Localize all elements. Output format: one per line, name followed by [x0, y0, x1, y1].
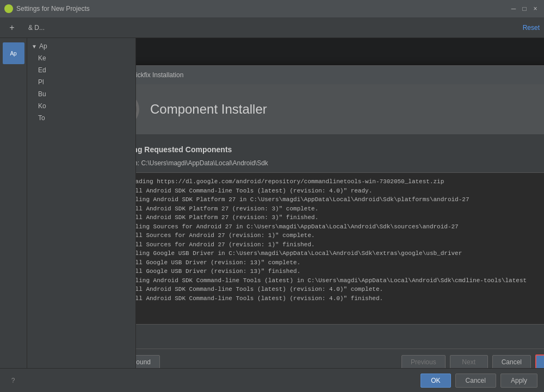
arrow-icon: ▼: [32, 43, 37, 49]
settings-pane: SDK Quickfix Installation ×: [136, 38, 544, 368]
tree-label-to: To: [38, 114, 45, 122]
sdk-path-value: C:\Users\magdi\AppData\Local\Android\Sdk: [141, 159, 268, 167]
outer-close-button[interactable]: ×: [531, 4, 540, 13]
window-controls: ─ □ ×: [509, 4, 540, 13]
tree-item-pl[interactable]: Pl: [27, 76, 135, 88]
modal-titlebar: SDK Quickfix Installation ×: [136, 66, 544, 84]
tree-item-to[interactable]: To: [27, 112, 135, 124]
finish-button[interactable]: Finish: [535, 354, 544, 368]
tree-label-ke: Ke: [38, 54, 46, 62]
svg-rect-1: [136, 96, 137, 123]
section-title: Installing Requested Components: [136, 145, 544, 154]
cancel-button[interactable]: Cancel: [492, 355, 531, 368]
sdk-path-label: SDK Path:: [136, 159, 139, 167]
done-text: Done: [136, 330, 544, 338]
sidebar: Ap: [0, 38, 27, 368]
svg-point-0: [6, 6, 11, 11]
tree-label-ap: Ap: [39, 42, 47, 50]
sdk-path-row: SDK Path: C:\Users\magdi\AppData\Local\A…: [136, 159, 544, 167]
tab-1-label: & D...: [28, 24, 45, 32]
component-installer-icon: [136, 93, 139, 126]
toolbar-area: + & D... Reset: [0, 17, 544, 38]
left-panel: ▼ Ap Ke Ed Pl Bu K: [27, 38, 136, 368]
modal-body: Installing Requested Components SDK Path…: [136, 134, 544, 349]
settings-content: ▼ Ap Ke Ed Pl Bu K: [27, 38, 544, 368]
add-project-button[interactable]: +: [4, 20, 20, 35]
tree-label-ko: Ko: [38, 102, 46, 110]
tree-item-ap[interactable]: ▼ Ap: [27, 40, 135, 52]
background-button[interactable]: Background: [136, 355, 160, 368]
tree-label-ed: Ed: [38, 66, 46, 74]
minimize-button[interactable]: ─: [509, 4, 518, 13]
settings-tree: ▼ Ap Ke Ed Pl Bu K: [27, 38, 135, 126]
tab-1[interactable]: & D...: [22, 17, 51, 38]
android-logo-icon: [4, 4, 13, 13]
maximize-button[interactable]: □: [520, 4, 529, 13]
sidebar-item-label: Ap: [10, 51, 16, 57]
modal-header-title: Component Installer: [150, 102, 267, 117]
modal-title: SDK Quickfix Installation: [136, 71, 544, 79]
outer-window: Settings for New Projects ─ □ × + & D...…: [0, 0, 544, 392]
apply-button[interactable]: Apply: [500, 374, 537, 388]
sdk-quickfix-modal: SDK Quickfix Installation ×: [136, 65, 544, 368]
outer-titlebar: Settings for New Projects ─ □ ×: [0, 0, 544, 17]
reset-button[interactable]: Reset: [523, 24, 540, 32]
bottom-cancel-button[interactable]: Cancel: [455, 374, 496, 388]
outer-window-title: Settings for New Projects: [16, 5, 506, 13]
ok-button[interactable]: OK: [421, 374, 450, 388]
tree-label-pl: Pl: [38, 78, 44, 86]
next-button[interactable]: Next: [450, 355, 488, 368]
main-area: Ap ▼ Ap Ke Ed Pl: [0, 38, 544, 368]
previous-button[interactable]: Previous: [401, 355, 446, 368]
modal-header: Component Installer: [136, 84, 544, 134]
tree-label-bu: Bu: [38, 90, 46, 98]
tree-item-ke[interactable]: Ke: [27, 52, 135, 64]
modal-footer: Background Previous Next Cancel Finish: [136, 349, 544, 368]
bottom-bar: ? OK Cancel Apply: [0, 368, 544, 392]
tree-item-ed[interactable]: Ed: [27, 64, 135, 76]
help-button[interactable]: ?: [7, 374, 20, 387]
tree-item-ko[interactable]: Ko: [27, 100, 135, 112]
sidebar-item-ap[interactable]: Ap: [3, 42, 24, 64]
installation-log: Downloading https://dl.google.com/androi…: [136, 172, 544, 325]
tree-item-bu[interactable]: Bu: [27, 88, 135, 100]
toolbar-tabs: & D...: [22, 17, 51, 38]
